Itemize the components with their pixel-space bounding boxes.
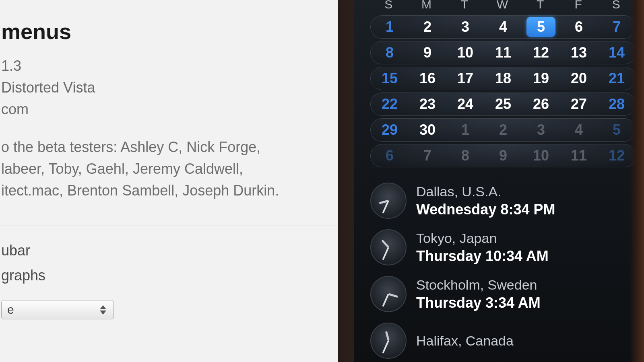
app-title: menus — [1, 19, 325, 44]
domain-label: com — [1, 99, 325, 120]
calendar-day-cell[interactable]: 10 — [522, 147, 560, 164]
clock-face-icon — [370, 183, 407, 219]
calendar-day-cell[interactable]: 10 — [446, 44, 484, 61]
calendar-day-header: W — [484, 0, 522, 11]
calendar-day-header: T — [446, 0, 484, 11]
calendar-day-cell[interactable]: 8 — [446, 147, 484, 164]
preferences-window: menus 1.3 Distorted Vista com o the beta… — [0, 0, 338, 362]
credits-line: itect.mac, Brenton Sambell, Joseph Durki… — [1, 180, 325, 202]
calendar-day-cell[interactable]: 11 — [484, 44, 522, 61]
credits-line: labeer, Toby, Gaehl, Jeremy Caldwell, — [1, 158, 325, 180]
clock-time: Thursday 10:34 AM — [416, 247, 549, 265]
divider — [0, 226, 338, 226]
calendar-day-cell[interactable]: 26 — [522, 96, 560, 113]
calendar-week-row: 293012345 — [370, 118, 636, 142]
sidebar-widget: SMTWTFS 12345678910111213141516171819202… — [354, 0, 644, 362]
calendar-day-cell[interactable]: 25 — [484, 96, 522, 113]
calendar-week-row: 6789101112 — [370, 144, 636, 167]
calendar-week-row: 1234567 — [370, 15, 636, 39]
calendar-day-cell[interactable]: 30 — [409, 121, 446, 138]
credits-line: o the beta testers: Ashley C, Nick Forge… — [1, 136, 325, 158]
calendar-day-header: F — [560, 0, 598, 11]
option-menubar[interactable]: ubar — [1, 242, 325, 259]
clock-face-icon — [370, 229, 407, 265]
calendar-day-cell[interactable]: 15 — [371, 70, 409, 87]
updown-stepper-icon — [100, 304, 108, 316]
calendar-day-cell[interactable]: 4 — [560, 121, 598, 138]
calendar-day-cell[interactable]: 20 — [560, 70, 598, 87]
calendar-day-cell[interactable]: 9 — [484, 147, 522, 164]
calendar-day-cell[interactable]: 29 — [371, 121, 409, 138]
calendar-week-row: 22232425262728 — [370, 93, 636, 116]
clock-location: Stockholm, Sweden — [416, 276, 541, 294]
calendar-day-cell[interactable]: 24 — [446, 96, 484, 113]
calendar-day-cell[interactable]: 1 — [446, 121, 484, 138]
clock-time: Thursday 3:34 AM — [416, 294, 541, 312]
version-label: 1.3 — [1, 55, 325, 77]
calendar-day-cell[interactable]: 17 — [446, 70, 484, 87]
calendar-day-cell[interactable]: 5 — [522, 19, 560, 35]
clock-face-icon — [370, 323, 407, 359]
dropdown-select[interactable]: e — [1, 300, 114, 319]
calendar-day-cell[interactable]: 16 — [409, 70, 446, 87]
calendar-day-headers: SMTWTFS — [370, 0, 636, 11]
calendar-day-cell[interactable]: 2 — [484, 121, 522, 138]
option-graphs[interactable]: graphs — [1, 267, 325, 284]
calendar-day-header: T — [522, 0, 560, 11]
world-clock-row[interactable]: Halifax, Canada — [370, 323, 636, 359]
calendar-day-cell[interactable]: 23 — [409, 96, 446, 113]
calendar-day-cell[interactable]: 6 — [371, 147, 409, 164]
calendar-day-header: S — [370, 0, 408, 11]
calendar-day-cell[interactable]: 3 — [522, 121, 560, 138]
calendar-day-cell[interactable]: 18 — [484, 70, 522, 87]
calendar-week-row: 891011121314 — [370, 41, 636, 64]
calendar-day-cell[interactable]: 27 — [560, 96, 598, 113]
calendar-day-cell[interactable]: 4 — [484, 19, 522, 35]
dropdown-value: e — [7, 303, 14, 317]
clock-location: Dallas, U.S.A. — [416, 183, 555, 200]
calendar-grid[interactable]: 1234567891011121314151617181920212223242… — [370, 15, 636, 167]
calendar-day-cell[interactable]: 7 — [409, 147, 446, 164]
desktop: menus 1.3 Distorted Vista com o the beta… — [0, 0, 644, 362]
calendar-day-cell[interactable]: 3 — [446, 19, 484, 35]
calendar-day-cell[interactable]: 12 — [522, 44, 560, 61]
calendar-day-cell[interactable]: 22 — [371, 96, 409, 113]
world-clock-row[interactable]: Stockholm, SwedenThursday 3:34 AM — [370, 276, 636, 312]
clock-location: Tokyo, Japan — [416, 230, 549, 247]
world-clock-row[interactable]: Tokyo, JapanThursday 10:34 AM — [370, 229, 636, 265]
calendar-day-cell[interactable]: 9 — [409, 44, 446, 61]
clock-time: Wednesday 8:34 PM — [416, 200, 555, 218]
clock-face-icon — [370, 276, 407, 312]
clock-location: Halifax, Canada — [416, 332, 514, 350]
calendar-day-cell[interactable]: 19 — [522, 70, 560, 87]
calendar-day-cell[interactable]: 11 — [560, 147, 598, 164]
calendar-day-cell[interactable]: 1 — [371, 19, 409, 35]
vendor-label: Distorted Vista — [1, 77, 325, 99]
desktop-wallpaper-edge — [630, 0, 644, 362]
calendar-day-header: M — [408, 0, 446, 11]
world-clocks: Dallas, U.S.A.Wednesday 8:34 PMTokyo, Ja… — [370, 183, 636, 359]
credits-text: o the beta testers: Ashley C, Nick Forge… — [1, 136, 325, 202]
calendar-day-cell[interactable]: 2 — [409, 19, 446, 35]
calendar-day-cell[interactable]: 13 — [560, 44, 598, 61]
world-clock-row[interactable]: Dallas, U.S.A.Wednesday 8:34 PM — [370, 183, 636, 219]
calendar-day-cell[interactable]: 6 — [560, 19, 598, 35]
calendar-day-cell[interactable]: 8 — [371, 44, 409, 61]
calendar-week-row: 15161718192021 — [370, 67, 636, 90]
